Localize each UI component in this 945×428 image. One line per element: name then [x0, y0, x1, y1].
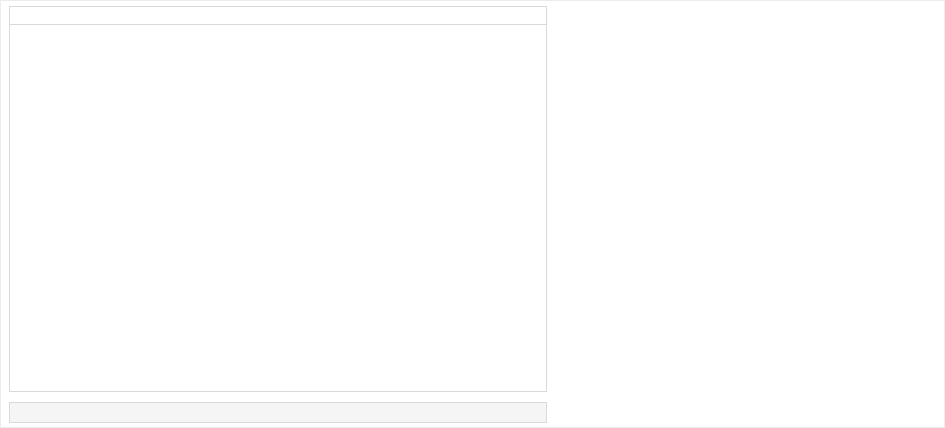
footer-bar [9, 402, 547, 423]
chart-widget [9, 6, 547, 392]
page [0, 0, 945, 428]
chart-header [10, 7, 546, 25]
